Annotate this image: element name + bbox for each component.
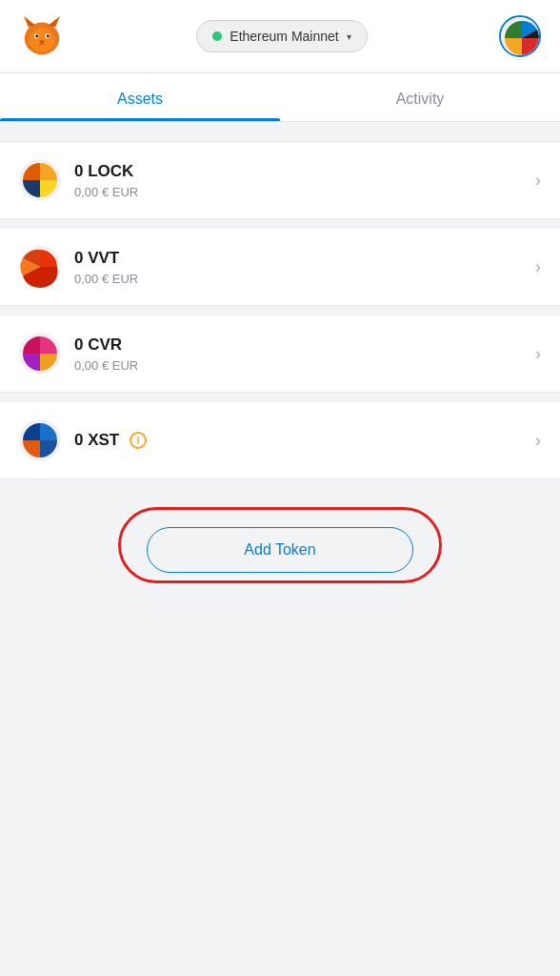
asset-item-lock[interactable]: 0 LOCK 0,00 € EUR › <box>0 141 560 219</box>
lock-value: 0,00 € EUR <box>74 185 535 199</box>
tab-activity[interactable]: Activity <box>280 73 560 121</box>
xst-arrow-icon: › <box>535 431 541 451</box>
svg-point-10 <box>40 40 45 43</box>
cvr-token-icon <box>19 333 61 375</box>
add-token-button[interactable]: Add Token <box>147 527 413 573</box>
asset-item-cvr[interactable]: 0 CVR 0,00 € EUR › <box>0 315 560 393</box>
cvr-amount: 0 CVR <box>74 335 535 356</box>
add-token-container: Add Token <box>0 489 560 601</box>
chevron-down-icon: ▾ <box>347 31 351 42</box>
lock-amount: 0 LOCK <box>74 161 535 182</box>
svg-point-5 <box>30 28 55 51</box>
tab-assets[interactable]: Assets <box>0 73 280 121</box>
avatar[interactable] <box>499 15 541 57</box>
vvt-token-icon <box>19 246 61 288</box>
xst-token-icon <box>19 419 61 461</box>
lock-token-icon <box>19 159 61 201</box>
vvt-arrow-icon: › <box>535 257 541 277</box>
header: Ethereum Mainnet ▾ <box>0 0 560 73</box>
network-name: Ethereum Mainnet <box>230 29 338 44</box>
xst-amount: 0 XST i <box>74 430 535 451</box>
xst-asset-info: 0 XST i <box>74 430 535 451</box>
lock-asset-info: 0 LOCK 0,00 € EUR <box>74 161 535 199</box>
vvt-asset-info: 0 VVT 0,00 € EUR <box>74 248 535 286</box>
svg-point-9 <box>47 35 50 38</box>
svg-point-14 <box>47 40 56 47</box>
cvr-arrow-icon: › <box>535 344 541 364</box>
asset-item-vvt[interactable]: 0 VVT 0,00 € EUR › <box>0 229 560 306</box>
vvt-value: 0,00 € EUR <box>74 272 535 286</box>
assets-container: 0 LOCK 0,00 € EUR › 0 VVT 0,00 € EUR › <box>0 122 560 489</box>
vvt-amount: 0 VVT <box>74 248 535 269</box>
cvr-asset-info: 0 CVR 0,00 € EUR <box>74 335 535 373</box>
network-status-dot <box>212 31 222 41</box>
lock-arrow-icon: › <box>535 171 541 191</box>
asset-item-xst[interactable]: 0 XST i › <box>0 402 560 479</box>
svg-point-13 <box>29 40 38 47</box>
network-selector[interactable]: Ethereum Mainnet ▾ <box>196 20 367 52</box>
svg-point-8 <box>35 35 38 38</box>
tabs: Assets Activity <box>0 73 560 122</box>
xst-info-badge[interactable]: i <box>130 432 147 449</box>
metamask-logo <box>19 13 65 59</box>
cvr-value: 0,00 € EUR <box>74 358 535 373</box>
